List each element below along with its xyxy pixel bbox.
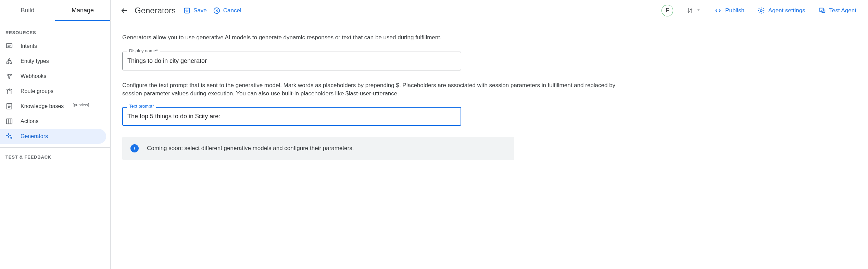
- svg-rect-3: [7, 62, 9, 64]
- sidebar-item-intents[interactable]: Intents: [0, 39, 106, 54]
- sidebar-item-route-groups[interactable]: Route groups: [0, 84, 106, 99]
- prompt-desc: Configure the text prompt that is sent t…: [122, 81, 626, 98]
- svg-point-17: [760, 10, 762, 12]
- sidebar-item-label: Intents: [21, 43, 37, 49]
- info-banner-text: Coming soon: select different generative…: [147, 145, 354, 152]
- section-resources-header: RESOURCES: [0, 21, 110, 39]
- publish-label: Publish: [725, 7, 744, 14]
- agent-settings-label: Agent settings: [768, 7, 805, 14]
- sidebar-item-label: Knowledge bases: [21, 103, 64, 109]
- content: Generators allow you to use generative A…: [111, 21, 638, 160]
- display-name-label: Display name*: [127, 48, 160, 53]
- info-icon: [130, 144, 139, 152]
- display-name-input[interactable]: [122, 52, 461, 70]
- sidebar-tabs: Build Manage: [0, 0, 110, 21]
- sidebar-item-label: Actions: [21, 118, 38, 124]
- avatar[interactable]: F: [662, 5, 673, 16]
- webhook-icon: [5, 72, 13, 80]
- sidebar-item-generators[interactable]: Generators: [0, 129, 106, 144]
- chevron-down-icon: [696, 7, 701, 14]
- sparkle-icon: [5, 133, 13, 140]
- sidebar-item-label: Entity types: [21, 58, 49, 64]
- publish-button[interactable]: Publish: [714, 7, 744, 14]
- text-prompt-field: Text prompt*: [122, 107, 461, 126]
- save-button[interactable]: Save: [183, 7, 207, 14]
- text-prompt-label: Text prompt*: [127, 104, 156, 109]
- section-test-feedback-header: TEST & FEEDBACK: [0, 148, 110, 163]
- sidebar-item-actions[interactable]: Actions: [0, 114, 106, 129]
- sidebar-item-label: Webhooks: [21, 73, 46, 79]
- sidebar-item-label: Route groups: [21, 88, 53, 94]
- preview-badge: [preview]: [73, 103, 89, 107]
- sidebar-item-entity-types[interactable]: Entity types: [0, 54, 106, 69]
- sidebar-item-webhooks[interactable]: Webhooks: [0, 69, 106, 84]
- svg-point-5: [7, 74, 9, 76]
- chat-icon: [5, 42, 13, 50]
- svg-point-7: [9, 77, 10, 79]
- test-agent-label: Test Agent: [829, 7, 856, 14]
- svg-rect-12: [7, 119, 12, 124]
- sidebar-item-knowledge-bases[interactable]: Knowledge bases [preview]: [0, 99, 106, 114]
- tab-manage[interactable]: Manage: [55, 0, 110, 21]
- info-banner: Coming soon: select different generative…: [122, 137, 514, 160]
- main: Generators Save Cancel F: [111, 0, 868, 269]
- swap-dropdown[interactable]: [686, 7, 701, 14]
- cancel-label: Cancel: [223, 7, 241, 14]
- svg-point-4: [10, 62, 12, 64]
- columns-icon: [5, 118, 13, 125]
- svg-point-6: [10, 74, 12, 76]
- sidebar: Build Manage RESOURCES Intents Entity ty…: [0, 0, 111, 269]
- page-title: Generators: [135, 6, 176, 15]
- route-icon: [5, 88, 13, 95]
- agent-settings-button[interactable]: Agent settings: [757, 7, 805, 14]
- cancel-button[interactable]: Cancel: [213, 7, 241, 14]
- article-icon: [5, 103, 13, 110]
- save-label: Save: [193, 7, 207, 14]
- sidebar-item-label: Generators: [21, 133, 48, 139]
- toolbar: Generators Save Cancel F: [111, 0, 868, 21]
- display-name-field: Display name*: [122, 52, 461, 70]
- tab-build[interactable]: Build: [0, 0, 55, 21]
- back-button[interactable]: [120, 6, 128, 15]
- svg-rect-21: [134, 148, 135, 150]
- intro-text: Generators allow you to use generative A…: [122, 33, 626, 42]
- shapes-icon: [5, 57, 13, 65]
- text-prompt-input[interactable]: [122, 107, 461, 126]
- test-agent-button[interactable]: Test Agent: [818, 7, 856, 14]
- svg-point-20: [134, 147, 135, 148]
- svg-rect-0: [7, 44, 12, 48]
